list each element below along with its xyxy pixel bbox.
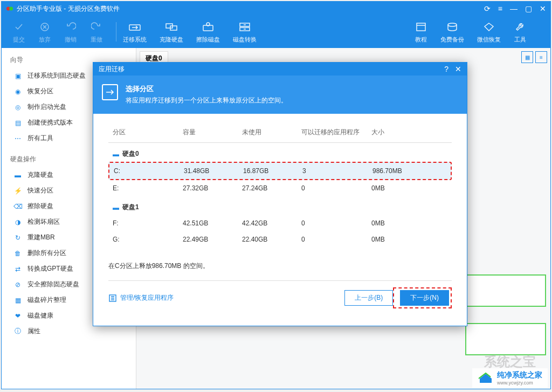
table-header: 分区 容量 未使用 可以迁移的应用程序 大小 <box>108 122 452 143</box>
sidebar-item-label: 删除所有分区 <box>27 249 66 258</box>
clone-icon: ▬ <box>13 171 22 180</box>
grid-view-icon[interactable]: ▦ <box>521 51 533 63</box>
boot-disc-icon: ◎ <box>13 103 22 112</box>
svg-point-1 <box>9 7 13 11</box>
svg-rect-10 <box>417 23 425 31</box>
convert-disk-button[interactable]: 磁盘转换 <box>233 20 257 44</box>
minimize-icon[interactable]: — <box>510 4 518 13</box>
svg-point-11 <box>448 23 457 26</box>
app-title: 分区助手专业版 - 无损分区免费软件 <box>17 4 484 13</box>
titlebar: 分区助手专业版 - 无损分区免费软件 ⟳ ≡ — ▢ ✕ <box>2 2 550 16</box>
hdd-icon: ▬ <box>113 150 119 158</box>
next-button[interactable]: 下一步(N) <box>400 290 449 306</box>
secure-wipe-icon: ⊘ <box>13 280 22 289</box>
backup-button[interactable]: 免费备份 <box>440 20 464 44</box>
maximize-icon[interactable]: ▢ <box>525 4 532 13</box>
partition-box-2[interactable] <box>465 323 546 355</box>
dialog-header-sub: 将应用程序迁移到另一个分区上来释放原分区上的空间。 <box>126 96 287 105</box>
portable-icon: ▤ <box>13 119 22 127</box>
sidebar-item-label: 恢复分区 <box>27 87 53 96</box>
clone-disk-button[interactable]: 克隆硬盘 <box>160 20 183 44</box>
submit-button[interactable]: 提交 <box>12 20 25 44</box>
dialog-header: 选择分区 将应用程序迁移到另一个分区上来释放原分区上的空间。 <box>93 75 467 114</box>
toolbar: 提交 放弃 撤销 重做 迁移系统 克隆硬盘 擦除磁盘 磁盘转换 教程 免费备份 … <box>2 16 550 48</box>
tools-button[interactable]: 工具 <box>514 20 527 44</box>
tutorial-button[interactable]: 教程 <box>415 20 427 44</box>
prev-button[interactable]: 上一步(B) <box>344 290 393 306</box>
close-icon[interactable]: ✕ <box>540 4 546 13</box>
sidebar-item-label: 安全擦除固态硬盘 <box>27 280 79 289</box>
sidebar-item-label: 擦除硬盘 <box>27 202 53 211</box>
partition-row[interactable]: G:22.49GB22.40GB00MB <box>108 231 452 247</box>
partition-row[interactable]: E:27.32GB27.24GB00MB <box>108 180 452 196</box>
view-panel: ▦ ≡ <box>521 51 547 63</box>
sidebar-item-label: 所有工具 <box>27 134 53 143</box>
dialog-header-title: 选择分区 <box>126 84 287 94</box>
house-icon <box>478 372 494 384</box>
refresh-icon[interactable]: ⟳ <box>484 4 491 13</box>
partition-row[interactable]: F:42.51GB42.42GB00MB <box>108 215 452 231</box>
sidebar-item-label: 磁盘碎片整理 <box>27 295 66 305</box>
list-view-icon[interactable]: ≡ <box>535 51 547 63</box>
sidebar-item-label: 检测坏扇区 <box>27 217 60 226</box>
list-icon <box>108 294 117 302</box>
wipe-disk-button[interactable]: 擦除磁盘 <box>196 20 220 44</box>
hdd-icon: ▬ <box>113 204 119 211</box>
app-logo-icon <box>6 5 13 12</box>
partition-box-1[interactable] <box>465 274 546 307</box>
disk1-header: ▬硬盘1 <box>108 196 452 215</box>
delete-all-icon: 🗑 <box>13 249 22 258</box>
migrate-ssd-icon: ▣ <box>13 72 22 80</box>
sidebar-item-label: 创建便携式版本 <box>27 118 73 127</box>
rebuild-mbr-icon: ↻ <box>13 233 22 242</box>
props-icon: ⓘ <box>13 327 22 336</box>
check-sector-icon: ◑ <box>13 218 22 226</box>
health-icon: ❤ <box>13 312 22 320</box>
all-tools-icon: ⋯ <box>13 134 22 143</box>
dialog-titlebar: 应用迁移 ? ✕ <box>93 63 467 75</box>
sidebar-item-label: 转换成GPT硬盘 <box>27 264 73 273</box>
restore-part-icon: ◉ <box>13 87 22 96</box>
wx-restore-button[interactable]: 微信恢复 <box>477 20 501 44</box>
sidebar-item-label: 快速分区 <box>27 186 53 195</box>
sidebar-item-label: 克隆硬盘 <box>27 170 53 180</box>
defrag-icon: ▦ <box>13 296 22 305</box>
discard-button[interactable]: 放弃 <box>38 20 51 44</box>
sidebar-item-label: 制作启动光盘 <box>27 102 66 112</box>
watermark: 纯净系统之家 www.ycwjzy.com <box>472 368 548 388</box>
sidebar-item-label: 迁移系统到固态硬盘 <box>27 71 86 80</box>
app-migration-dialog: 应用迁移 ? ✕ 选择分区 将应用程序迁移到另一个分区上来释放原分区上的空间。 … <box>93 62 467 326</box>
migrate-icon <box>102 84 118 100</box>
help-icon[interactable]: ? <box>444 65 448 73</box>
sidebar-item-label: 属性 <box>27 327 40 336</box>
disk0-header: ▬硬盘0 <box>108 143 452 162</box>
next-button-highlight: 下一步(N) <box>393 287 452 308</box>
partition-row[interactable]: C:31.48GB16.87GB3986.70MB <box>108 162 452 180</box>
dialog-title: 应用迁移 <box>99 65 125 74</box>
undo-button[interactable]: 撤销 <box>64 20 77 44</box>
quick-part-icon: ⚡ <box>13 187 22 195</box>
dialog-close-icon[interactable]: ✕ <box>455 65 461 73</box>
redo-button[interactable]: 重做 <box>90 20 103 44</box>
sidebar-item-label: 重建MBR <box>27 233 55 242</box>
manage-restore-link[interactable]: 管理/恢复应用程序 <box>108 293 174 302</box>
release-note: 在C分区上释放986.70MB 的空间。 <box>93 256 467 276</box>
to-gpt-icon: ⇄ <box>13 265 22 273</box>
wipe-icon: ⌫ <box>13 202 22 211</box>
migrate-os-button[interactable]: 迁移系统 <box>123 20 147 44</box>
menu-icon[interactable]: ≡ <box>498 4 502 13</box>
sidebar-item-label: 磁盘健康 <box>27 311 53 320</box>
